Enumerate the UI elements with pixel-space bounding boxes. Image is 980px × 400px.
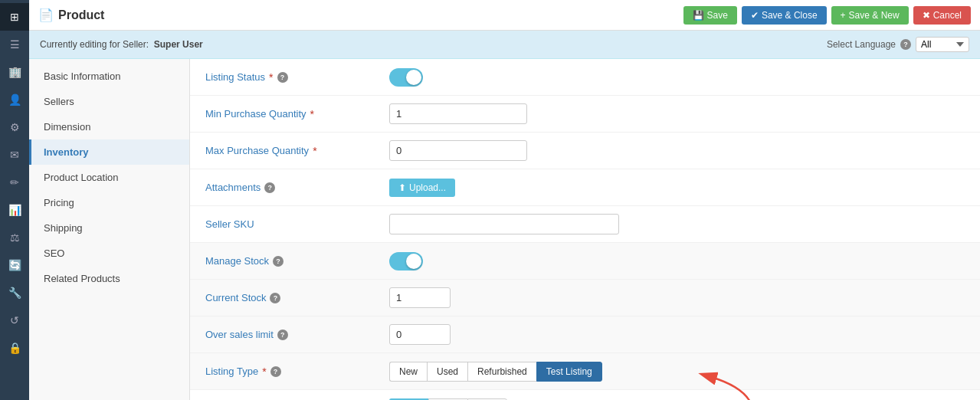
form-section-inventory: Listing Status * ? [190,59,980,400]
listing-type-used[interactable]: Used [427,362,467,382]
editing-seller: Super User [154,39,203,50]
icon-bar: ⊞ ☰ 🏢 👤 ⚙ ✉ ✏ 📊 ⚖ 🔄 🔧 ↺ 🔒 [0,0,29,400]
control-manage-stock [389,252,965,270]
icon-bar-wrench[interactable]: 🔧 [0,279,29,307]
sidebar-item-basic-information[interactable]: Basic Information [29,64,189,89]
sidebar-item-inventory[interactable]: Inventory [29,139,189,165]
page-title-icon: 📄 [38,8,54,22]
check-icon: ✔ [751,10,759,21]
sidebar-item-pricing[interactable]: Pricing [29,190,189,215]
sidebar-item-product-location[interactable]: Product Location [29,165,189,190]
save-new-button[interactable]: + Save & New [831,6,909,25]
listing-type-btngroup: New Used Refurbished Test Listing [389,362,602,382]
input-seller-sku[interactable] [389,214,619,234]
help-current-stock[interactable]: ? [270,293,280,303]
input-current-stock[interactable] [389,287,451,308]
language-label: Select Language [827,39,896,50]
help-listing-type[interactable]: ? [270,366,281,377]
sidebar-item-shipping[interactable]: Shipping [29,215,189,241]
listing-type-new[interactable]: New [389,362,427,382]
input-max-purchase-qty[interactable] [389,140,527,161]
icon-bar-scale[interactable]: ⚖ [0,224,29,251]
icon-bar-menu[interactable]: ☰ [0,31,29,58]
label-listing-status: Listing Status * ? [205,71,389,84]
sidebar-item-seo[interactable]: SEO [29,241,189,266]
form-row-max-purchase-qty: Max Purchase Quantity * [190,133,980,169]
label-attachments: Attachments ? [205,182,389,193]
sidebar-item-sellers[interactable]: Sellers [29,89,189,114]
save-close-button[interactable]: ✔ Save & Close [742,6,827,25]
upload-icon: ⬆ [398,182,406,193]
label-min-purchase-qty: Min Purchase Quantity * [205,108,389,120]
form-row-listing-type: Listing Type * ? New Used Refurbished Te… [190,353,980,390]
label-manage-stock: Manage Stock ? [205,255,389,267]
form-row-listing-status: Listing Status * ? [190,59,980,96]
label-current-stock: Current Stock ? [205,292,389,303]
icon-bar-group[interactable]: ⚙ [0,113,29,141]
icon-bar-refresh[interactable]: ↺ [0,307,29,334]
main-content: Listing Status * ? [190,59,980,400]
form-row-over-sales-limit: Over sales limit ? [190,316,980,353]
language-selector: Select Language ? All English French [827,37,969,52]
help-manage-stock[interactable]: ? [273,256,284,267]
icon-bar-store[interactable]: 🏢 [0,58,29,86]
control-over-sales-limit [389,324,965,345]
icon-bar-home[interactable]: ⊞ [0,3,29,31]
input-min-purchase-qty[interactable] [389,103,527,124]
toggle-listing-status[interactable] [389,68,423,87]
label-listing-type: Listing Type * ? [205,366,389,378]
control-current-stock [389,287,965,308]
form-row-item-condition: Item Condition ? test1 test2 test3 [190,390,980,400]
save-button[interactable]: 💾 Save [683,6,737,25]
icon-bar-chart[interactable]: 📊 [0,196,29,224]
control-listing-type: New Used Refurbished Test Listing [389,362,965,382]
control-listing-status [389,68,965,87]
editing-info: Currently editing for Seller: Super User [40,39,203,50]
save-icon: 💾 [693,10,704,21]
control-max-purchase-qty [389,140,965,161]
control-seller-sku [389,214,965,234]
icon-bar-lock[interactable]: 🔒 [0,334,29,362]
control-min-purchase-qty [389,103,965,124]
language-help-icon[interactable]: ? [900,39,911,50]
icon-bar-user[interactable]: 👤 [0,86,29,113]
page-title-area: 📄 Product [38,8,683,22]
form-row-attachments: Attachments ? ⬆ Upload... [190,169,980,206]
toolbar-buttons: 💾 Save ✔ Save & Close + Save & New ✖ Can… [683,6,971,25]
toggle-manage-stock[interactable] [389,252,423,270]
listing-type-refurbished[interactable]: Refurbished [467,362,536,382]
control-attachments: ⬆ Upload... [389,179,965,197]
label-seller-sku: Seller SKU [205,218,389,230]
label-max-purchase-qty: Max Purchase Quantity * [205,145,389,157]
required-listing-type: * [262,366,266,378]
required-max-qty: * [313,145,316,157]
cancel-button[interactable]: ✖ Cancel [913,6,971,25]
form-row-current-stock: Current Stock ? [190,280,980,316]
page-title: Product [58,8,104,22]
sidebar-item-related-products[interactable]: Related Products [29,266,189,291]
upload-button[interactable]: ⬆ Upload... [389,179,455,197]
input-over-sales-limit[interactable] [389,324,451,345]
listing-type-test-listing[interactable]: Test Listing [536,362,602,382]
help-attachments[interactable]: ? [264,182,275,193]
plus-icon: + [841,10,846,21]
icon-bar-mail[interactable]: ✉ [0,141,29,169]
required-min-qty: * [310,108,314,120]
help-listing-status[interactable]: ? [277,72,288,83]
form-row-min-purchase-qty: Min Purchase Quantity * [190,96,980,133]
top-header: 📄 Product 💾 Save ✔ Save & Close + Save &… [29,0,980,31]
language-select[interactable]: All English French [916,37,969,52]
form-row-seller-sku: Seller SKU [190,206,980,243]
editing-bar: Currently editing for Seller: Super User… [29,31,980,59]
icon-bar-sync[interactable]: 🔄 [0,251,29,279]
form-row-manage-stock: Manage Stock ? [190,243,980,280]
label-over-sales-limit: Over sales limit ? [205,329,389,340]
main-content-wrapper: Listing Status * ? [190,59,980,400]
icon-bar-edit[interactable]: ✏ [0,169,29,196]
cancel-icon: ✖ [923,10,930,21]
help-over-sales-limit[interactable]: ? [277,330,288,340]
sidebar: Basic Information Sellers Dimension Inve… [29,59,190,400]
sidebar-item-dimension[interactable]: Dimension [29,114,189,139]
required-listing-status: * [269,71,273,84]
